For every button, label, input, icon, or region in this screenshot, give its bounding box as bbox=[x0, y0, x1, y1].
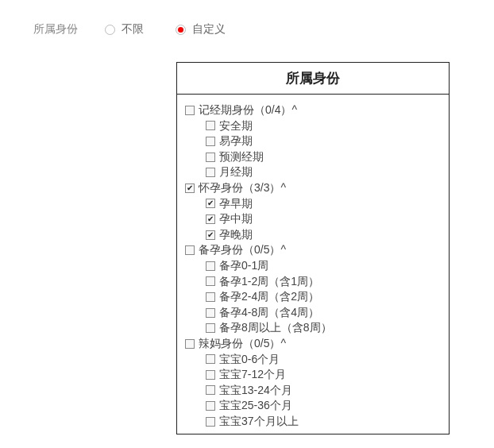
child-label: 预测经期 bbox=[219, 149, 264, 165]
checkbox-icon[interactable] bbox=[206, 401, 215, 411]
identity-filter-row: 所属身份 不限 自定义 bbox=[0, 0, 494, 37]
checkbox-icon[interactable] bbox=[206, 292, 215, 302]
child-row[interactable]: 备孕2-4周（含2周） bbox=[206, 289, 441, 305]
panel-title: 所属身份 bbox=[177, 63, 449, 95]
group-row[interactable]: 怀孕身份（3/3） ^ bbox=[185, 180, 441, 196]
child-row[interactable]: 宝宝25-36个月 bbox=[206, 398, 441, 414]
child-label: 宝宝25-36个月 bbox=[219, 398, 292, 414]
checkbox-icon[interactable] bbox=[206, 354, 215, 364]
group-label: 怀孕身份 bbox=[199, 180, 243, 196]
tree-group: 备孕身份（0/5） ^备孕0-1周备孕1-2周（含1周）备孕2-4周（含2周）备… bbox=[185, 242, 441, 336]
checkbox-icon[interactable] bbox=[206, 276, 215, 286]
group-row[interactable]: 备孕身份（0/5） ^ bbox=[185, 242, 441, 258]
checkbox-icon[interactable] bbox=[206, 261, 215, 271]
child-label: 宝宝7-12个月 bbox=[219, 367, 286, 383]
child-label: 宝宝0-6个月 bbox=[219, 352, 280, 368]
radio-custom[interactable]: 自定义 bbox=[176, 22, 226, 37]
caret-icon[interactable]: ^ bbox=[280, 336, 286, 352]
child-label: 孕早期 bbox=[219, 196, 253, 212]
child-row[interactable]: 易孕期 bbox=[206, 133, 441, 149]
caret-icon[interactable]: ^ bbox=[280, 180, 286, 196]
child-row[interactable]: 预测经期 bbox=[206, 149, 441, 165]
panel-body: 记经期身份（0/4） ^安全期易孕期预测经期月经期怀孕身份（3/3） ^孕早期孕… bbox=[177, 95, 449, 434]
child-label: 孕中期 bbox=[219, 211, 253, 227]
child-row[interactable]: 备孕1-2周（含1周） bbox=[206, 274, 441, 290]
checkbox-icon[interactable] bbox=[206, 323, 215, 333]
child-label: 孕晚期 bbox=[219, 227, 253, 243]
group-row[interactable]: 辣妈身份（0/5） ^ bbox=[185, 336, 441, 352]
checkbox-icon[interactable] bbox=[206, 137, 215, 146]
child-row[interactable]: 安全期 bbox=[206, 118, 441, 134]
checkbox-icon[interactable] bbox=[206, 153, 215, 162]
checkbox-icon[interactable] bbox=[185, 245, 195, 255]
child-label: 月经期 bbox=[219, 164, 253, 180]
checkbox-icon[interactable] bbox=[206, 370, 215, 380]
checkbox-icon[interactable] bbox=[206, 230, 215, 240]
child-row[interactable]: 宝宝0-6个月 bbox=[206, 352, 441, 368]
group-label: 辣妈身份 bbox=[199, 336, 243, 352]
checkbox-icon[interactable] bbox=[185, 183, 195, 193]
checkbox-icon[interactable] bbox=[206, 214, 215, 224]
group-label: 备孕身份 bbox=[199, 242, 243, 258]
caret-icon[interactable]: ^ bbox=[280, 242, 286, 258]
group-count: （3/3） bbox=[243, 180, 280, 196]
child-row[interactable]: 备孕8周以上（含8周） bbox=[206, 320, 441, 336]
field-label: 所属身份 bbox=[33, 22, 78, 37]
child-row[interactable]: 孕晚期 bbox=[206, 227, 441, 243]
caret-icon[interactable]: ^ bbox=[291, 102, 297, 118]
child-row[interactable]: 宝宝13-24个月 bbox=[206, 383, 441, 399]
child-row[interactable]: 宝宝37个月以上 bbox=[206, 414, 441, 430]
checkbox-icon[interactable] bbox=[206, 199, 215, 208]
child-row[interactable]: 孕早期 bbox=[206, 196, 441, 212]
checkbox-icon[interactable] bbox=[206, 168, 215, 177]
checkbox-icon[interactable] bbox=[185, 339, 195, 349]
tree-group: 辣妈身份（0/5） ^宝宝0-6个月宝宝7-12个月宝宝13-24个月宝宝25-… bbox=[185, 336, 441, 430]
checkbox-icon[interactable] bbox=[206, 417, 215, 427]
radio-unlimited[interactable]: 不限 bbox=[105, 22, 144, 37]
child-label: 宝宝37个月以上 bbox=[219, 414, 299, 430]
child-row[interactable]: 备孕0-1周 bbox=[206, 258, 441, 274]
child-label: 备孕2-4周（含2周） bbox=[219, 289, 319, 305]
checkbox-icon[interactable] bbox=[185, 106, 195, 115]
checkbox-icon[interactable] bbox=[206, 385, 215, 395]
child-row[interactable]: 备孕4-8周（含4周） bbox=[206, 305, 441, 321]
radio-custom-label: 自定义 bbox=[192, 22, 226, 37]
child-row[interactable]: 孕中期 bbox=[206, 211, 441, 227]
group-count: （0/5） bbox=[243, 242, 280, 258]
child-label: 备孕8周以上（含8周） bbox=[219, 320, 332, 336]
radio-outer-icon bbox=[176, 25, 186, 35]
tree-group: 怀孕身份（3/3） ^孕早期孕中期孕晚期 bbox=[185, 180, 441, 242]
child-label: 安全期 bbox=[219, 118, 253, 134]
child-label: 备孕1-2周（含1周） bbox=[219, 274, 319, 290]
child-row[interactable]: 宝宝7-12个月 bbox=[206, 367, 441, 383]
radio-outer-icon bbox=[105, 25, 115, 35]
group-count: （0/5） bbox=[243, 336, 280, 352]
checkbox-icon[interactable] bbox=[206, 121, 215, 130]
identity-panel: 所属身份 记经期身份（0/4） ^安全期易孕期预测经期月经期怀孕身份（3/3） … bbox=[176, 62, 450, 434]
radio-group: 不限 自定义 bbox=[105, 22, 226, 37]
checkbox-icon[interactable] bbox=[206, 308, 215, 318]
child-label: 备孕4-8周（含4周） bbox=[219, 305, 319, 321]
tree-group: 记经期身份（0/4） ^安全期易孕期预测经期月经期 bbox=[185, 102, 441, 180]
child-row[interactable]: 月经期 bbox=[206, 164, 441, 180]
child-label: 宝宝13-24个月 bbox=[219, 383, 292, 399]
group-label: 记经期身份 bbox=[199, 102, 254, 118]
child-label: 备孕0-1周 bbox=[219, 258, 268, 274]
radio-unlimited-label: 不限 bbox=[122, 22, 144, 37]
group-row[interactable]: 记经期身份（0/4） ^ bbox=[185, 102, 441, 118]
group-count: （0/4） bbox=[254, 102, 291, 118]
child-label: 易孕期 bbox=[219, 133, 253, 149]
